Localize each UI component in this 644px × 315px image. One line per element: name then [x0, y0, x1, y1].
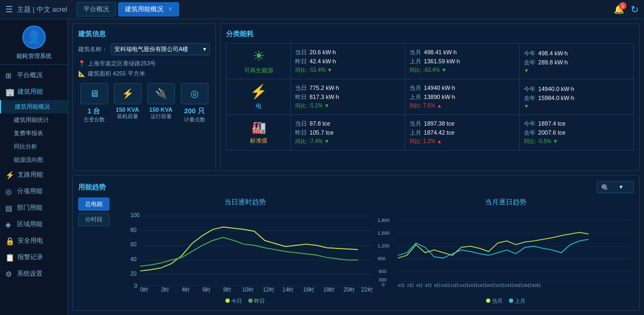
stat-value-transformer: 1 台 [88, 106, 101, 116]
tab-close-icon[interactable]: × [169, 5, 172, 13]
stat-meters: ◎ 200 只 计量点数 [179, 83, 210, 123]
top-bar-left: ☰ 主题 | 中文 acrel 平台概况 建筑用能概况 × [5, 2, 179, 16]
building-name-label: 建筑名称： [78, 45, 107, 53]
renewable-today: 当日 20.6 kW·h [295, 48, 336, 56]
svg-text:1,200: 1,200 [378, 243, 390, 248]
svg-text:0: 0 [134, 284, 137, 289]
transformer-icon: 🖥 [80, 83, 108, 104]
daily-chart-svg: 100 80 60 40 20 0 [117, 209, 373, 296]
refresh-icon[interactable]: ↻ [631, 4, 639, 15]
svg-text:40: 40 [130, 256, 137, 262]
svg-text:22时: 22时 [361, 287, 372, 293]
monthly-legend: 当月 上月 [378, 297, 634, 305]
tab-building-energy[interactable]: 建筑用能概况 × [118, 2, 179, 16]
capacity-icon: ⚡ [114, 83, 141, 104]
stats-grid: 🖥 1 台 主变台数 ⚡ 150 KVA 装机容量 🔌 150 KVA 运行容量 [78, 83, 210, 123]
stat-transformer: 🖥 1 台 主变台数 [78, 83, 110, 123]
svg-text:30日: 30日 [532, 283, 541, 288]
electric-month-cell: 当月 14940 kW·h 上月 13890 kW·h 同比: 7.6% ▲ [405, 79, 519, 114]
renewable-icon: ☀ [253, 48, 265, 64]
svg-text:16时: 16时 [303, 287, 314, 293]
stat-label-meters: 计量点数 [184, 116, 205, 123]
renewable-this-year: 今年 498.4 kW·h [524, 49, 568, 57]
building-info-title: 建筑信息 [78, 29, 210, 39]
svg-text:20时: 20时 [344, 287, 355, 293]
sidebar-item-branch[interactable]: ⚡ 支路用能 [0, 167, 68, 183]
trends-title: 用能趋势 [78, 183, 106, 192]
dept-icon: ▤ [5, 204, 14, 212]
electric-label: 电 [256, 102, 262, 110]
svg-text:18时: 18时 [323, 287, 334, 293]
energy-grid: ☀ 可再生能源 当日 20.6 kW·h 昨日 42.4 kW·h 同比: -5… [226, 43, 634, 151]
trend-btn-period[interactable]: 分时段 [78, 213, 110, 226]
hamburger-icon[interactable]: ☰ [5, 4, 13, 14]
top-bar: ☰ 主题 | 中文 acrel 平台概况 建筑用能概况 × 🔔 1 ↻ [0, 0, 644, 19]
subitem-icon: ◎ [5, 187, 14, 196]
sidebar-item-subitem[interactable]: ◎ 分项用能 [0, 183, 68, 200]
alarm-icon: 📋 [5, 253, 14, 262]
sidebar-item-building[interactable]: 🏢 建筑用能 [0, 84, 68, 100]
current-month-legend: 当月 [486, 297, 503, 305]
avatar: 👤 [22, 26, 46, 49]
daily-chart-title: 当日逐时趋势 [117, 197, 373, 207]
sidebar-header: 👤 能耗管理系统 [0, 19, 68, 65]
svg-text:600: 600 [379, 269, 387, 274]
svg-text:20: 20 [130, 271, 137, 277]
sidebar-item-platform[interactable]: ⊞ 平台概况 [0, 67, 68, 84]
stat-label-running: 运行容量 [150, 113, 172, 120]
main-layout: 👤 能耗管理系统 ⊞ 平台概况 🏢 建筑用能 建筑用能概况 建筑用能统计 复费率… [0, 19, 644, 315]
sidebar-item-safety[interactable]: 🔒 安全用电 [0, 233, 68, 249]
stat-label-capacity: 装机容量 [117, 113, 138, 120]
svg-text:1,800: 1,800 [378, 218, 390, 223]
top-tabs: 平台概况 建筑用能概况 × [77, 2, 179, 16]
svg-text:14日: 14日 [459, 283, 469, 288]
energy-type-select[interactable]: 电 ▾ [597, 181, 634, 193]
svg-text:0: 0 [382, 282, 384, 287]
top-section: 建筑信息 建筑名称： 安科瑞电气股份有限公司A楼 ▾ 📍 上海市嘉定区青绿路25… [72, 23, 640, 171]
electric-this-year: 今年 14940.0 kW·h [524, 85, 574, 93]
renewable-year-cell: 今年 498.4 kW·h 去年 289.8 kW·h ▼ [520, 44, 633, 79]
tab-platform[interactable]: 平台概况 [77, 2, 116, 16]
sidebar-item-settings[interactable]: ⚙ 系统设置 [0, 266, 68, 282]
coal-year-cell: 今年 1897.4 tce 去年 2007.6 tce 同比: -5.5% ▼ [520, 115, 633, 150]
electric-day-cell: 当日 775.2 kW·h 昨日 817.3 kW·h 同比: -5.1% ▼ [291, 79, 405, 114]
sub-nav-rate-report[interactable]: 复费率报表 [0, 127, 68, 140]
building-info-card: 建筑信息 建筑名称： 安科瑞电气股份有限公司A楼 ▾ 📍 上海市嘉定区青绿路25… [72, 23, 216, 171]
select-chevron-icon: ▾ [620, 184, 623, 190]
svg-text:8日: 8日 [434, 283, 440, 288]
svg-text:26日: 26日 [514, 283, 523, 288]
sub-nav-yoy[interactable]: 同比分析 [0, 140, 68, 153]
building-name-select[interactable]: 安科瑞电气股份有限公司A楼 ▾ [111, 43, 210, 55]
sub-nav-building-overview[interactable]: 建筑用能概况 [0, 100, 68, 113]
sidebar-item-alarms[interactable]: 📋 报警记录 [0, 249, 68, 266]
energy-type-renewable: ☀ 可再生能源 [227, 44, 290, 79]
stat-capacity: ⚡ 150 KVA 装机容量 [112, 83, 143, 123]
svg-text:60: 60 [130, 242, 137, 248]
brand-text: 主题 | 中文 acrel [17, 5, 67, 14]
top-bar-right: 🔔 1 ↻ [614, 4, 639, 15]
area-row: 📐 建筑面积 4255 平方米 [78, 70, 210, 78]
trend-button-group: 总电能 分时段 [78, 197, 110, 305]
svg-text:12日: 12日 [450, 283, 459, 288]
renewable-last-year: 去年 289.8 kW·h [524, 59, 568, 67]
coal-month-compare: 同比: 1.2% ▲ [409, 138, 442, 145]
trend-btn-total[interactable]: 总电能 [78, 197, 110, 211]
trends-body: 总电能 分时段 当日逐时趋势 100 80 60 40 20 [78, 197, 634, 305]
sidebar-item-region[interactable]: ◈ 区域用能 [0, 216, 68, 233]
svg-text:900: 900 [378, 256, 386, 261]
notification-button[interactable]: 🔔 1 [614, 4, 624, 14]
renewable-month-cell: 当月 498.41 kW·h 上月 1361.59 kW·h 同比: -63.4… [405, 44, 519, 79]
stat-value-capacity: 150 KVA [116, 106, 139, 113]
sub-nav-building: 建筑用能概况 建筑用能统计 复费率报表 同比分析 能源流向图 [0, 100, 68, 167]
sub-nav-building-stats[interactable]: 建筑用能统计 [0, 113, 68, 127]
svg-text:18日: 18日 [478, 283, 487, 288]
renewable-year-compare: ▼ [524, 68, 529, 73]
svg-text:10日: 10日 [441, 283, 450, 288]
category-energy-title: 分类能耗 [226, 29, 634, 39]
chevron-down-icon: ▾ [203, 46, 206, 53]
building-name-row: 建筑名称： 安科瑞电气股份有限公司A楼 ▾ [78, 43, 210, 55]
coal-icon: 🏭 [252, 121, 266, 135]
sub-nav-energy-flow[interactable]: 能源流向图 [0, 153, 68, 167]
coal-last-month: 上月 1874.42 tce [409, 129, 455, 137]
sidebar-item-dept[interactable]: ▤ 部门用能 [0, 200, 68, 216]
